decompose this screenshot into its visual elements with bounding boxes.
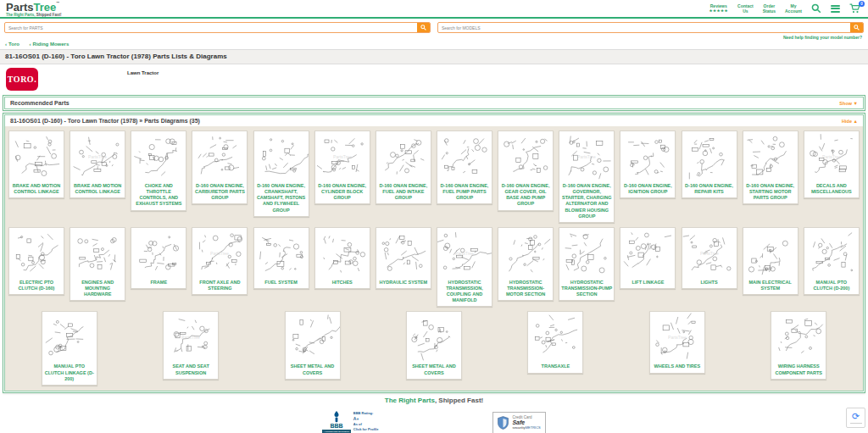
diagram-card[interactable]: TRANSAXLE	[527, 311, 583, 373]
search-row	[0, 19, 868, 33]
svg-text:PartsTree: PartsTree	[668, 335, 687, 340]
diagram-thumbnail: PartsTree	[804, 131, 859, 182]
models-search-button[interactable]	[850, 23, 863, 32]
toro-logo[interactable]: TORO.	[6, 68, 38, 91]
diagram-card[interactable]: LIFT LINKAGE	[620, 227, 676, 289]
diagram-label: HITCHES	[315, 279, 370, 288]
diagram-thumbnail	[376, 228, 431, 279]
diagrams-hide-toggle[interactable]: Hide ▲	[842, 119, 858, 124]
diagram-card[interactable]: PartsTreeD-160 ONAN ENGINE, CYLINDER BLO…	[314, 130, 370, 204]
diagram-card[interactable]: PartsTreeD-160 ONAN ENGINE, GOVERNOR, ST…	[559, 130, 615, 223]
diagram-label: FRAME	[131, 279, 186, 288]
shield-icon	[498, 416, 509, 430]
nav-reviews[interactable]: Reviews ★★★★★	[709, 3, 728, 13]
diagram-card[interactable]: PartsTreeWHEELS AND TIRES	[649, 311, 705, 373]
diagram-label: SEAT AND SEAT SUSPENSION	[164, 363, 218, 378]
diagram-label: HYDRAULIC SYSTEM	[376, 279, 431, 288]
bbb-torch-icon	[331, 411, 342, 423]
logo-parts-text: Parts	[6, 1, 34, 14]
diagram-card[interactable]: MAIN ELECTRICAL SYSTEM	[743, 227, 798, 295]
diagram-card[interactable]: FUEL SYSTEM	[253, 227, 309, 289]
magnifier-icon	[854, 25, 860, 31]
diagram-thumbnail	[9, 131, 64, 182]
diagram-card[interactable]: HYDROSTATIC TRANSMISSION-MOTOR SECTION	[498, 227, 554, 301]
diagram-thumbnail	[315, 228, 370, 279]
models-search-box	[437, 22, 864, 33]
diagram-card[interactable]: D-160 ONAN ENGINE, FUEL AND INTAKE GROUP	[376, 130, 431, 204]
site-tagline: The Right Parts, Shipped Fast!	[0, 397, 868, 404]
diagram-card[interactable]: D-160 ONAN ENGINE, REPAIR KITS	[682, 130, 737, 198]
bbb-accredited-bar: ACCREDITED BUSINESS	[322, 430, 351, 433]
diagram-thumbnail: PartsTree	[682, 228, 737, 279]
search-icon[interactable]	[811, 3, 821, 14]
diagram-card[interactable]: SHEET METAL AND COVERS	[285, 311, 341, 379]
model-number-help-link[interactable]: Need help finding your model number?	[783, 35, 862, 40]
diagram-card[interactable]: D-160 ONAN ENGINE, FUEL PUMP PARTS GROUP	[437, 130, 492, 204]
diagram-label: FRONT AXLE AND STEERING	[192, 279, 247, 294]
breadcrumb-riding-mowers[interactable]: ‹Riding Mowers	[30, 42, 70, 47]
diagram-card[interactable]: HYDRAULIC SYSTEM	[376, 227, 431, 289]
diagram-label: D-160 ONAN ENGINE, REPAIR KITS	[682, 182, 737, 197]
diagram-card[interactable]: PartsTreeBRAKE AND MOTION CONTROL LINKAG…	[70, 130, 125, 198]
diagram-card[interactable]: HYDROSTATIC TRANSMISSION-PUMP SECTION	[559, 227, 615, 301]
diagram-thumbnail: PartsTree	[437, 228, 492, 279]
diagram-label: WHEELS AND TIRES	[650, 363, 704, 372]
parts-diagrams-panel: 81-16OS01 (D-160) - Toro Lawn Tractor (1…	[3, 113, 865, 393]
recaptcha-badge[interactable]: ⟳	[846, 408, 865, 428]
diagram-card[interactable]: D-160 ONAN ENGINE, CARBURETOR PARTS GROU…	[192, 130, 248, 204]
nav-my-account[interactable]: My Account	[785, 3, 802, 14]
diagram-thumbnail	[254, 228, 309, 279]
svg-text:PartsTree: PartsTree	[577, 154, 596, 159]
diagram-card[interactable]: MANUAL PTO CLUTCH (D-200)	[804, 227, 860, 295]
logo-trademark: ™	[56, 1, 59, 5]
diagram-card[interactable]: PartsTreeDECALS AND MISCELLANEOUS	[804, 130, 860, 198]
diagram-card[interactable]: D-160 ONAN ENGINE, GEAR COVER, OIL BASE …	[498, 130, 554, 211]
diagram-card[interactable]: ENGINES AND MOUNTING HARDWARE	[70, 227, 125, 301]
diagram-card[interactable]: D-160 ONAN ENGINE, IGNITION GROUP	[620, 130, 676, 198]
cart-icon[interactable]: 0	[849, 3, 861, 14]
diagram-thumbnail	[407, 312, 461, 363]
diagram-card[interactable]: HITCHES	[314, 227, 370, 289]
svg-text:PartsTree: PartsTree	[88, 154, 107, 159]
diagram-thumbnail: PartsTree	[315, 131, 370, 182]
diagram-card[interactable]: WIRING HARNESS COMPONENT PARTS	[771, 311, 826, 379]
diagram-card[interactable]: CHOKE AND THROTTLE CONTROLS, AND EXHAUST…	[131, 130, 186, 211]
diagram-card[interactable]: ELECTRIC PTO CLUTCH (D-160)	[8, 227, 64, 295]
bbb-badge[interactable]: BBB ACCREDITED BUSINESS BBB Rating: A+ A…	[322, 411, 378, 433]
diagram-label: MAIN ELECTRICAL SYSTEM	[743, 279, 798, 294]
diagram-thumbnail	[682, 131, 737, 182]
diagram-card[interactable]: PartsTreeFRONT AXLE AND STEERING	[192, 227, 248, 295]
diagram-thumbnail: PartsTree	[164, 312, 218, 363]
recommended-show-toggle[interactable]: Show ▼	[839, 101, 858, 106]
credit-card-safe-badge[interactable]: Credit Card Safe securityMETRICS	[492, 412, 545, 433]
parts-search-box	[4, 22, 431, 33]
diagram-label: D-160 ONAN ENGINE, CRANKSHAFT, CAMSHAFT,…	[254, 182, 309, 216]
menu-icon[interactable]	[831, 3, 840, 14]
logo-tree-text: Tree	[34, 1, 57, 14]
diagram-label: D-160 ONAN ENGINE, FUEL PUMP PARTS GROUP	[437, 182, 492, 203]
recaptcha-icon: ⟳	[852, 412, 860, 421]
diagram-label: D-160 ONAN ENGINE, GEAR COVER, OIL BASE …	[498, 182, 553, 210]
diagram-card[interactable]: SHEET METAL AND COVERS	[406, 311, 462, 379]
diagram-row-2: ELECTRIC PTO CLUTCH (D-160)ENGINES AND M…	[8, 227, 860, 308]
diagram-card[interactable]: PartsTreeLIGHTS	[682, 227, 737, 289]
diagram-card[interactable]: MANUAL PTO CLUTCH LINKAGE (D-200)	[42, 311, 97, 385]
diagram-card[interactable]: BRAKE AND MOTION CONTROL LINKAGE	[8, 130, 64, 198]
diagram-thumbnail	[42, 312, 97, 363]
diagram-label: SHEET METAL AND COVERS	[286, 363, 340, 378]
nav-contact-us[interactable]: Contact Us	[737, 3, 754, 14]
diagram-card[interactable]: PartsTreeHYDROSTATIC TRANSMISSION, COUPL…	[437, 227, 492, 308]
diagram-card[interactable]: D-160 ONAN ENGINE, CRANKSHAFT, CAMSHAFT,…	[253, 130, 309, 217]
magnifier-icon	[420, 25, 426, 31]
breadcrumb-toro[interactable]: ‹Toro	[5, 42, 19, 47]
parts-search-input[interactable]	[5, 23, 417, 32]
diagram-card[interactable]: D-160 ONAN ENGINE, STARTING MOTOR PARTS …	[743, 130, 798, 204]
models-search-input[interactable]	[438, 23, 850, 32]
partstree-logo[interactable]: PartsTree™ The Right Parts, Shipped Fast…	[6, 2, 62, 18]
svg-text:PartsTree: PartsTree	[700, 251, 719, 256]
nav-order-status[interactable]: Order Status	[763, 3, 776, 14]
diagram-card[interactable]: FRAME	[131, 227, 186, 289]
diagram-card[interactable]: PartsTreeSEAT AND SEAT SUSPENSION	[163, 311, 219, 379]
diagram-thumbnail	[620, 131, 675, 182]
parts-search-button[interactable]	[417, 23, 430, 32]
